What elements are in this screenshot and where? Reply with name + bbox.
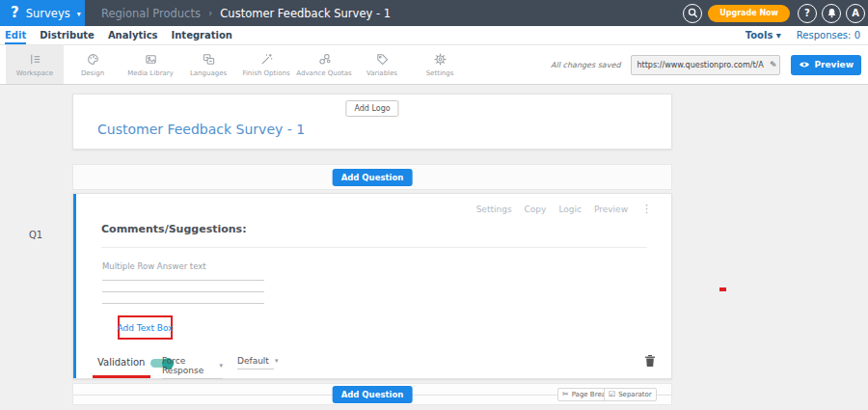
bell-icon bbox=[827, 8, 837, 18]
main-tabs: Edit Distribute Analytics Integration bbox=[0, 26, 232, 44]
answer-row-line[interactable] bbox=[102, 291, 264, 292]
nav-right: Tools ▾ Responses: 0 bbox=[746, 30, 868, 41]
trash-icon bbox=[644, 354, 656, 368]
add-question-strip-top: Add Question bbox=[72, 164, 672, 190]
translate-icon bbox=[202, 52, 216, 67]
survey-title[interactable]: Customer Feedback Survey - 1 bbox=[97, 122, 305, 137]
question-logic-link[interactable]: Logic bbox=[558, 205, 582, 214]
workspace-icon bbox=[28, 52, 42, 67]
breadcrumb-current: Customer Feedback Survey - 1 bbox=[220, 7, 391, 20]
toolbar-item-advance-quotas[interactable]: Advance Quotas bbox=[295, 45, 353, 84]
chevron-down-icon: ▾ bbox=[275, 357, 279, 365]
search-icon bbox=[688, 8, 698, 18]
image-icon bbox=[144, 52, 158, 67]
question-more-menu-icon[interactable]: ⋮ bbox=[641, 203, 652, 215]
surveys-menu[interactable]: ? Surveys ▾ bbox=[0, 0, 85, 26]
force-response-dropdown[interactable]: Force Response ▾ bbox=[162, 356, 223, 379]
account-avatar[interactable]: A bbox=[846, 4, 865, 23]
separator-button[interactable]: ☑ Separator bbox=[604, 388, 657, 401]
save-status: All changes saved bbox=[551, 61, 620, 69]
search-button[interactable] bbox=[683, 4, 702, 23]
topbar-actions: Upgrade Now ? A bbox=[683, 4, 868, 23]
preview-button[interactable]: Preview bbox=[791, 55, 861, 75]
survey-url-field: ✎ bbox=[631, 55, 780, 75]
toolbar-item-workspace[interactable]: Workspace bbox=[6, 45, 64, 84]
questionpro-logo-icon: ? bbox=[11, 6, 19, 20]
add-question-button-bottom[interactable]: Add Question bbox=[333, 386, 413, 403]
add-question-button-top[interactable]: Add Question bbox=[333, 169, 413, 186]
toolbar-items: Workspace Design Media Library Languages… bbox=[0, 45, 469, 84]
gear-icon bbox=[433, 52, 448, 67]
tab-integration[interactable]: Integration bbox=[172, 26, 232, 44]
toolbar-right: All changes saved ✎ Preview bbox=[551, 55, 868, 75]
tab-distribute[interactable]: Distribute bbox=[40, 26, 95, 44]
answer-row-line[interactable] bbox=[102, 280, 264, 281]
question-number: Q1 bbox=[29, 230, 42, 240]
help-icon: ? bbox=[804, 8, 810, 18]
delete-question-button[interactable] bbox=[644, 354, 656, 370]
checkbox-checked-icon: ☑ bbox=[609, 391, 615, 398]
chevron-down-icon: ▾ bbox=[77, 10, 81, 18]
wand-icon bbox=[259, 52, 274, 67]
breadcrumb: Regional Products › Customer Feedback Su… bbox=[101, 7, 391, 20]
responses-count-link[interactable]: Responses: 0 bbox=[797, 30, 860, 41]
question-preview-link[interactable]: Preview bbox=[594, 205, 628, 214]
top-bar: ? Surveys ▾ Regional Products › Customer… bbox=[0, 0, 868, 26]
toolbar-item-media-library[interactable]: Media Library bbox=[122, 45, 179, 84]
toolbar-item-finish-options[interactable]: Finish Options bbox=[237, 45, 295, 84]
eye-icon bbox=[799, 61, 810, 68]
palette-icon bbox=[86, 52, 100, 67]
product-name: Surveys bbox=[26, 7, 70, 20]
editor-toolbar: Workspace Design Media Library Languages… bbox=[0, 45, 868, 85]
breadcrumb-separator-icon: › bbox=[208, 7, 212, 19]
nav-row: Edit Distribute Analytics Integration To… bbox=[0, 26, 868, 45]
tab-edit[interactable]: Edit bbox=[5, 26, 26, 44]
answer-text-input[interactable]: Multiple Row Answer text bbox=[102, 261, 206, 271]
default-dropdown[interactable]: Default ▾ bbox=[237, 356, 274, 369]
question-settings-link[interactable]: Settings bbox=[476, 205, 512, 214]
validation-label: Validation bbox=[97, 357, 145, 368]
question-accent-bar bbox=[73, 194, 76, 378]
survey-header-card: Add Logo Customer Feedback Survey - 1 bbox=[72, 94, 672, 150]
help-button[interactable]: ? bbox=[798, 4, 817, 23]
question-text-underline bbox=[101, 247, 647, 248]
question-actions: Settings Copy Logic Preview ⋮ bbox=[476, 203, 652, 215]
toolbar-item-settings[interactable]: Settings bbox=[411, 45, 469, 84]
answer-row-line[interactable] bbox=[102, 303, 264, 304]
add-logo-button[interactable]: Add Logo bbox=[345, 100, 398, 117]
edit-url-pencil-icon[interactable]: ✎ bbox=[770, 60, 777, 69]
question-text[interactable]: Comments/Suggestions: bbox=[101, 223, 247, 235]
survey-canvas: Q1 Add Logo Customer Feedback Survey - 1… bbox=[0, 85, 868, 410]
avatar-initial: A bbox=[852, 8, 859, 18]
tools-menu[interactable]: Tools ▾ bbox=[746, 30, 781, 41]
add-question-strip-bottom: Add Question ✂ Page Break ☑ Separator bbox=[72, 383, 672, 405]
questionpro-app: ? Surveys ▾ Regional Products › Customer… bbox=[0, 0, 868, 410]
tag-icon bbox=[375, 52, 390, 67]
add-text-box-link[interactable]: Add Text Box bbox=[117, 323, 173, 333]
notifications-button[interactable] bbox=[822, 4, 841, 23]
annotation-red-dash bbox=[719, 287, 726, 291]
upgrade-now-button[interactable]: Upgrade Now bbox=[708, 5, 790, 22]
toolbar-item-design[interactable]: Design bbox=[64, 45, 122, 84]
annotation-highlight-box: Add Text Box bbox=[118, 315, 173, 340]
quota-links-icon bbox=[317, 52, 332, 67]
scissors-icon: ✂ bbox=[562, 391, 569, 398]
tab-analytics[interactable]: Analytics bbox=[108, 26, 158, 44]
survey-url-input[interactable] bbox=[631, 55, 780, 75]
annotation-red-underline bbox=[93, 375, 150, 378]
toolbar-item-variables[interactable]: Variables bbox=[353, 45, 411, 84]
chevron-down-icon: ▾ bbox=[219, 362, 223, 369]
question-card: Settings Copy Logic Preview ⋮ Comments/S… bbox=[72, 193, 672, 379]
toolbar-item-languages[interactable]: Languages bbox=[179, 45, 237, 84]
question-copy-link[interactable]: Copy bbox=[525, 205, 547, 214]
breadcrumb-parent[interactable]: Regional Products bbox=[101, 7, 201, 20]
